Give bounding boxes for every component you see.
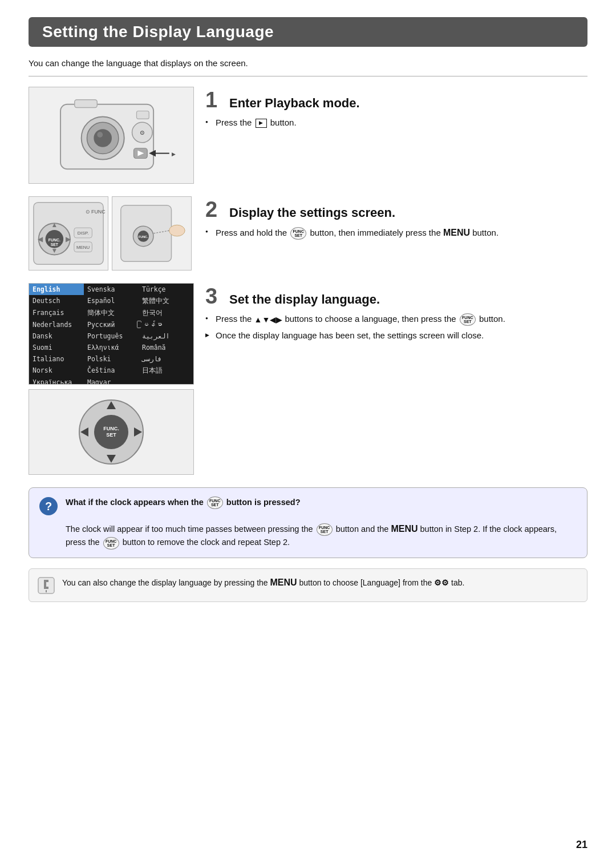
func-icon-3: FUNCSET xyxy=(207,496,223,509)
step-1-bullet-1: Press the ▶ button. xyxy=(205,116,587,130)
menu-text-1: MENU xyxy=(443,228,470,237)
step-1-number: 1 xyxy=(205,89,226,111)
lang-norsk: Norsk xyxy=(29,365,84,377)
page: Setting the Display Language You can cha… xyxy=(0,0,616,868)
svg-text:DISP.: DISP. xyxy=(78,231,89,236)
camera-side-svg: FUNC. xyxy=(112,196,191,271)
lang-farsi: فارسی xyxy=(139,353,193,365)
lang-czech: Čeština xyxy=(84,365,139,377)
warning-question: What if the clock appears when the FUNCS… xyxy=(66,498,301,507)
lang-espanol: Español xyxy=(84,295,139,307)
lang-japanese: 日本語 xyxy=(139,365,193,377)
lang-empty xyxy=(139,377,193,385)
lang-dansk: Dansk xyxy=(29,330,84,342)
svg-text:FUNC.: FUNC. xyxy=(103,426,119,431)
svg-text:▲: ▲ xyxy=(51,221,58,229)
svg-text:FUNC.: FUNC. xyxy=(139,235,148,239)
step-3-number: 3 xyxy=(205,285,226,307)
tip-icon xyxy=(37,576,55,595)
func-nav-svg: FUNC. SET xyxy=(77,398,145,466)
svg-text:⊙: ⊙ xyxy=(140,130,144,136)
step-1-row: ⊙ ▶ 1 Enter Playback mo xyxy=(29,87,587,184)
step-2-image-left: FUNC. SET ▲ ▼ ◀ ▶ DISP. MENU xyxy=(29,196,108,271)
step-2-bullets: Press and hold the FUNCSET button, then … xyxy=(205,226,587,240)
svg-point-3 xyxy=(94,129,112,147)
lang-polish: Polski xyxy=(84,353,139,365)
func-btn-wrapper: FUNC. SET xyxy=(77,398,145,466)
step-3-heading: Set the display language. xyxy=(229,292,380,307)
svg-text:FUNC.: FUNC. xyxy=(48,238,60,242)
svg-point-31 xyxy=(169,225,185,236)
lang-korean: 한국어 xyxy=(139,307,193,319)
language-grid: English Svenska Türkçe Deutsch Español 繁… xyxy=(29,284,193,384)
step-1-images: ⊙ ▶ xyxy=(29,87,194,184)
svg-rect-6 xyxy=(136,111,149,119)
lang-english: English xyxy=(29,284,84,295)
lang-magyar: Magyar xyxy=(84,377,139,385)
step-2-bullet-1: Press and hold the FUNCSET button, then … xyxy=(205,226,587,240)
settings-tab-icon: ⚙⚙ xyxy=(434,578,449,587)
page-title: Setting the Display Language xyxy=(42,23,574,41)
lang-arabic: العربية xyxy=(139,330,193,342)
step-3-func-btn: FUNC. SET xyxy=(29,389,194,475)
step-1-heading: Enter Playback mode. xyxy=(229,96,360,111)
svg-text:▶: ▶ xyxy=(66,235,72,243)
svg-text:⊙ FUNC: ⊙ FUNC xyxy=(86,209,106,215)
tip-text: You can also change the display language… xyxy=(62,576,464,590)
svg-text:▼: ▼ xyxy=(51,247,58,255)
menu-text-3: MENU xyxy=(270,578,297,587)
lang-russian: Русский xyxy=(84,319,139,330)
step-2-image-right: FUNC. xyxy=(112,196,192,271)
lang-greek: Ελληνικά xyxy=(84,342,139,353)
warning-icon: ? xyxy=(39,497,58,515)
svg-text:SET: SET xyxy=(106,432,116,438)
step-3-heading-row: 3 Set the display language. xyxy=(205,285,587,307)
svg-text:▶: ▶ xyxy=(172,151,176,157)
lang-ukrainian: Українська xyxy=(29,377,84,385)
warning-box: ? What if the clock appears when the FUN… xyxy=(29,487,587,558)
step-2-heading: Display the settings screen. xyxy=(229,205,395,220)
step-1-image: ⊙ ▶ xyxy=(29,87,194,184)
camera-svg-1: ⊙ ▶ xyxy=(29,87,193,183)
svg-text:◀: ◀ xyxy=(38,235,43,243)
step-1-content: 1 Enter Playback mode. Press the ▶ butto… xyxy=(205,87,587,133)
step-2-row: FUNC. SET ▲ ▼ ◀ ▶ DISP. MENU xyxy=(29,196,587,271)
lang-turkce: Türkçe xyxy=(139,284,193,295)
step-3-row: English Svenska Türkçe Deutsch Español 繁… xyxy=(29,283,587,475)
lang-myanmar: မြန်မာ xyxy=(139,319,193,330)
lang-traditional-chinese: 繁體中文 xyxy=(139,295,193,307)
tip-box: You can also change the display language… xyxy=(29,568,587,602)
step-3-content: 3 Set the display language. Press the ▲▼… xyxy=(205,283,587,346)
page-number: 21 xyxy=(576,839,587,851)
step-3-lang-table: English Svenska Türkçe Deutsch Español 繁… xyxy=(29,283,194,385)
func-illustration: FUNC. SET xyxy=(29,390,193,474)
func-icon-2: FUNCSET xyxy=(460,313,476,326)
svg-point-4 xyxy=(97,132,103,138)
func-camera-svg: FUNC. SET ▲ ▼ ◀ ▶ DISP. MENU xyxy=(29,196,108,271)
arrows-icon: ▲▼◀▶ xyxy=(254,315,283,324)
lang-suomi: Suomi xyxy=(29,342,84,353)
step-3-bullets: Press the ▲▼◀▶ buttons to choose a langu… xyxy=(205,313,587,342)
svg-text:MENU: MENU xyxy=(76,245,90,250)
step-3-bullet-2: Once the display language has been set, … xyxy=(205,329,587,342)
step-1-heading-row: 1 Enter Playback mode. xyxy=(205,89,587,111)
step-2-number: 2 xyxy=(205,199,226,220)
step-2-images: FUNC. SET ▲ ▼ ◀ ▶ DISP. MENU xyxy=(29,196,194,271)
lang-deutsch: Deutsch xyxy=(29,295,84,307)
func-icon-5: FUNCSET xyxy=(103,537,119,550)
step-2-content: 2 Display the settings screen. Press and… xyxy=(205,196,587,243)
lang-svenska: Svenska xyxy=(84,284,139,295)
warning-text: What if the clock appears when the FUNCS… xyxy=(66,496,577,550)
lang-francais: Français xyxy=(29,307,84,319)
subtitle: You can change the language that display… xyxy=(29,58,587,68)
step-3-bullet-1: Press the ▲▼◀▶ buttons to choose a langu… xyxy=(205,313,587,326)
menu-text-2: MENU xyxy=(391,524,418,534)
play-icon: ▶ xyxy=(256,119,267,128)
func-icon-4: FUNCSET xyxy=(317,523,333,536)
svg-text:SET: SET xyxy=(51,243,59,247)
lang-portuguese: Português xyxy=(84,330,139,342)
divider xyxy=(29,76,587,76)
lang-romanian: Română xyxy=(139,342,193,353)
step-2-heading-row: 2 Display the settings screen. xyxy=(205,199,587,220)
svg-rect-5 xyxy=(75,100,98,108)
